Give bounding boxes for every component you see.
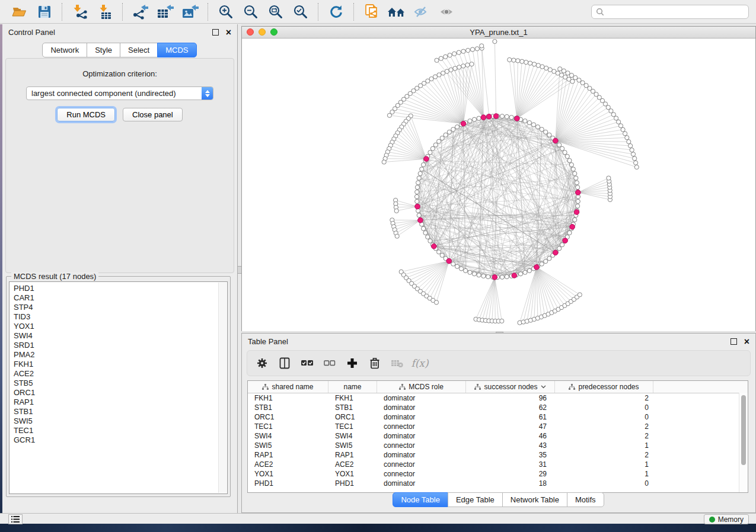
graph-leaf-node[interactable] [544, 66, 548, 70]
graph-dominator-node[interactable] [570, 225, 575, 230]
table-cell[interactable]: 29 [466, 470, 555, 478]
graph-node[interactable] [415, 190, 419, 194]
graph-node[interactable] [535, 125, 540, 129]
graph-leaf-node[interactable] [512, 58, 516, 62]
close-panel-icon[interactable]: × [226, 28, 231, 37]
table-cell[interactable]: 43 [466, 441, 555, 450]
mcds-result-item[interactable]: PMA2 [14, 350, 227, 360]
graph-leaf-node[interactable] [387, 113, 391, 117]
table-cell[interactable]: PHD1 [248, 479, 328, 488]
column-header-predecessor-nodes[interactable]: predecessor nodes [555, 381, 653, 393]
graph-node[interactable] [414, 194, 419, 198]
graph-node[interactable] [505, 114, 509, 118]
table-cell[interactable]: STB1 [248, 403, 328, 412]
column-header-shared-name[interactable]: shared name [248, 381, 328, 393]
graph-node[interactable] [464, 268, 468, 273]
graph-node[interactable] [415, 185, 419, 190]
graph-leaf-node[interactable] [540, 65, 544, 69]
graph-node[interactable] [518, 272, 522, 276]
graph-node[interactable] [557, 143, 562, 147]
graph-dominator-node[interactable] [461, 121, 466, 126]
table-cell[interactable]: 2 [555, 394, 653, 402]
table-cell[interactable]: 2 [555, 451, 653, 459]
column-layout-button[interactable] [273, 354, 296, 373]
graph-node[interactable] [565, 154, 569, 158]
graph-node[interactable] [426, 235, 430, 239]
graph-node[interactable] [455, 125, 459, 129]
mcds-result-item[interactable]: RAP1 [14, 398, 227, 407]
tab-motifs[interactable]: Motifs [567, 492, 604, 507]
run-mcds-button[interactable]: Run MCDS [57, 108, 115, 121]
graph-node[interactable] [523, 270, 527, 274]
graph-node[interactable] [540, 262, 544, 266]
table-cell[interactable]: 0 [555, 413, 653, 421]
graph-leaf-node[interactable] [558, 67, 562, 71]
graph-node[interactable] [540, 127, 544, 132]
table-cell[interactable]: ORC1 [328, 413, 377, 421]
graph-node[interactable] [455, 264, 459, 268]
table-row[interactable]: YOX1YOX1connector291 [248, 469, 748, 479]
graph-node[interactable] [573, 171, 577, 175]
network-window-titlebar[interactable]: YPA_prune.txt_1 [242, 27, 755, 39]
mcds-result-item[interactable]: STP4 [14, 303, 227, 312]
graph-node[interactable] [440, 136, 444, 140]
mcds-result-item[interactable]: PHD1 [14, 284, 227, 293]
export-image-button[interactable] [180, 2, 200, 21]
graph-node[interactable] [477, 116, 481, 120]
mcds-result-item[interactable]: TID3 [14, 312, 227, 322]
graph-leaf-node[interactable] [382, 160, 386, 164]
graph-leaf-node[interactable] [480, 44, 484, 48]
graph-node[interactable] [523, 119, 527, 123]
graph-dominator-node[interactable] [515, 116, 520, 121]
tab-style[interactable]: Style [87, 43, 120, 57]
graph-dominator-node[interactable] [487, 114, 492, 119]
table-cell[interactable]: YOX1 [248, 470, 328, 478]
deselect-all-button[interactable] [318, 354, 341, 373]
table-row[interactable]: RAP1RAP1dominator352 [248, 450, 748, 460]
table-cell[interactable]: SWI5 [328, 441, 377, 450]
graph-leaf-node[interactable] [461, 49, 465, 53]
table-cell[interactable]: 31 [466, 460, 555, 469]
export-network-button[interactable] [130, 2, 151, 21]
graph-node[interactable] [527, 121, 531, 125]
table-cell[interactable]: connector [377, 422, 466, 431]
graph-dominator-node[interactable] [415, 204, 420, 209]
table-cell[interactable]: connector [377, 460, 466, 469]
table-cell[interactable]: YOX1 [328, 470, 377, 478]
graph-node[interactable] [563, 150, 567, 155]
graph-leaf-node[interactable] [634, 165, 639, 169]
mcds-result-item[interactable]: FKH1 [14, 360, 227, 369]
mcds-result-item[interactable]: STB1 [14, 407, 227, 416]
mcds-result-item[interactable]: YOX1 [14, 322, 227, 331]
graph-dominator-node[interactable] [553, 250, 559, 255]
table-cell[interactable]: 47 [466, 422, 555, 431]
graph-node[interactable] [557, 246, 562, 251]
table-cell[interactable]: dominator [377, 432, 466, 440]
graph-leaf-node[interactable] [629, 144, 633, 148]
graph-leaf-node[interactable] [448, 53, 452, 57]
zoom-out-button[interactable] [241, 2, 261, 21]
table-cell[interactable]: dominator [377, 403, 466, 412]
optimization-criterion-dropdown[interactable]: largest connected component (undirected) [26, 86, 213, 100]
table-cell[interactable]: 61 [466, 413, 555, 421]
graph-leaf-node[interactable] [528, 61, 532, 65]
graph-node[interactable] [459, 267, 463, 271]
graph-leaf-node[interactable] [623, 132, 627, 136]
graph-node[interactable] [544, 130, 548, 134]
graph-leaf-node[interactable] [441, 71, 445, 75]
graph-leaf-node[interactable] [493, 39, 497, 43]
table-row[interactable]: SWI5SWI5connector431 [248, 441, 748, 450]
table-cell[interactable]: TEC1 [248, 422, 328, 431]
graph-leaf-node[interactable] [524, 60, 528, 65]
graph-node[interactable] [417, 213, 421, 217]
float-panel-icon[interactable] [212, 29, 219, 36]
table-row[interactable]: SWI4SWI4dominator462 [248, 431, 748, 441]
search-input[interactable] [607, 7, 744, 17]
graph-node[interactable] [531, 123, 535, 127]
graph-node[interactable] [437, 250, 441, 254]
table-cell[interactable]: FKH1 [328, 394, 377, 402]
graph-node[interactable] [468, 270, 472, 274]
status-menu-button[interactable] [8, 514, 23, 524]
tab-node-table[interactable]: Node Table [393, 492, 448, 507]
graph-leaf-node[interactable] [536, 63, 540, 68]
